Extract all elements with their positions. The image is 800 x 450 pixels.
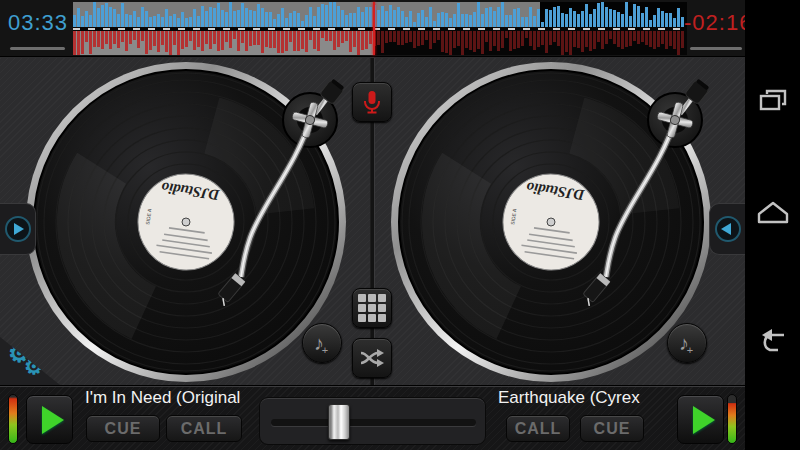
waveform-bar [673,31,676,49]
waveform-bar [77,31,80,55]
waveform-bar [485,31,488,42]
waveform-bar [193,31,196,50]
sampler-grid-button[interactable] [352,288,392,328]
waveform-bar [153,31,156,46]
waveform-bar [669,31,672,46]
waveform-bar [345,31,348,41]
waveform-bar [213,31,216,44]
waveform-bar [617,31,620,47]
waveform-bar [385,31,388,43]
waveform-scrubber[interactable] [73,2,687,55]
cue-button-left[interactable]: CUE [86,415,160,442]
waveform-bar [561,13,564,28]
waveform-bar [577,14,580,27]
waveform-bar [233,11,236,27]
waveform-bar [445,31,448,53]
left-drawer-handle[interactable] [0,203,36,255]
waveform-bar [225,31,228,42]
time-remaining-underline [690,47,742,50]
waveform-bar [549,31,552,45]
waveform-bar [605,31,608,44]
waveform-deck-left[interactable] [73,2,687,27]
waveform-bar [237,10,240,27]
waveform-bar [81,31,84,54]
waveform-bar [185,18,188,27]
waveform-bar [397,31,400,45]
waveform-deck-right[interactable] [73,31,687,55]
waveform-bar [621,14,624,27]
waveform-bar [317,7,320,27]
waveform-bar [317,31,320,51]
waveform-bar [461,31,464,55]
bottom-control-bar: I'm In Need (Original CUE CALL Earthquak… [0,385,745,450]
waveform-bar [645,31,648,45]
cue-button-right[interactable]: CUE [580,415,644,442]
waveform-bar [497,31,500,51]
waveform-bar [197,16,200,27]
waveform-bar [217,31,220,51]
waveform-bar [345,15,348,28]
call-button-right[interactable]: CALL [506,415,570,442]
waveform-bar [369,31,372,44]
waveform-bar [661,31,664,44]
play-button-right[interactable] [677,395,724,444]
waveform-bar [569,31,572,55]
crossfader-handle[interactable] [328,404,350,440]
recent-apps-icon[interactable] [757,86,789,116]
waveform-bar [305,15,308,28]
play-button-left[interactable] [26,395,73,444]
waveform-bar [633,4,636,27]
waveform-bar [353,31,356,47]
time-elapsed-underline [10,47,65,50]
record-mic-button[interactable] [352,82,392,122]
waveform-bar [525,31,528,38]
waveform-bar [141,7,144,27]
waveform-bar [437,13,440,28]
load-track-button-right[interactable]: ♪+ [667,323,707,363]
right-drawer-handle[interactable] [709,203,745,255]
waveform-bar [573,31,576,47]
waveform-bar [281,31,284,53]
call-button-left[interactable]: CALL [166,415,242,442]
play-icon [693,406,715,434]
waveform-bar [201,31,204,51]
waveform-bar [253,11,256,27]
waveform-bar [633,31,636,41]
waveform-bar [417,13,420,27]
waveform-bar [421,31,424,45]
waveform-bar [205,31,208,44]
home-icon[interactable] [756,196,790,226]
waveform-bar [477,31,480,49]
waveform-bar [105,31,108,44]
waveform-bar [469,31,472,50]
back-icon[interactable] [757,326,789,356]
waveform-bar [97,31,100,47]
waveform-bar [129,15,132,27]
waveform-bar [417,31,420,46]
waveform-bar [113,31,116,44]
waveform-bar [513,9,516,27]
waveform-bar [377,31,380,45]
waveform-bar [617,12,620,28]
waveform-bar [661,11,664,27]
waveform-bar [245,8,248,28]
waveform-bar [405,31,408,43]
waveform-bar [133,31,136,40]
waveform-bar [173,31,176,45]
waveform-bar [361,31,364,50]
waveform-bar [481,14,484,28]
waveform-bar [613,31,616,44]
waveform-bar [273,31,276,48]
waveform-bar [125,14,128,28]
waveform-bar [457,3,460,28]
crossfade-mode-button[interactable] [352,338,392,378]
waveform-bar [493,31,496,46]
waveform-bar [597,31,600,42]
waveform-bar [149,31,152,50]
load-track-button-left[interactable]: ♪+ [302,323,342,363]
waveform-bar [517,31,520,48]
waveform-bar [209,31,212,49]
waveform-bar [381,31,384,53]
waveform-bar [545,9,548,27]
waveform-bar [217,3,220,27]
